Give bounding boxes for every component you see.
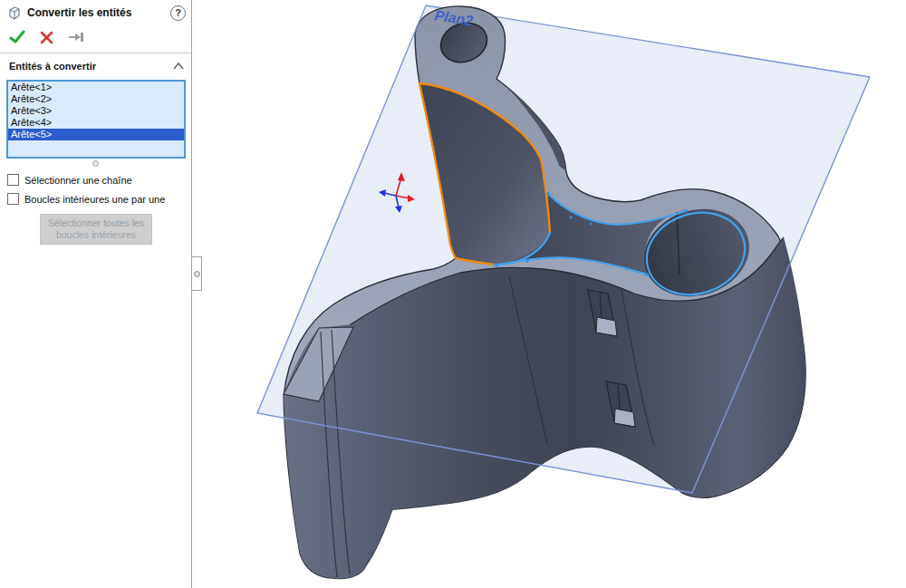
- chevron-up-icon[interactable]: [173, 63, 184, 70]
- list-item[interactable]: Arête<4>: [8, 117, 184, 129]
- help-icon[interactable]: ?: [170, 5, 186, 21]
- list-item[interactable]: Arête<2>: [8, 93, 184, 105]
- property-manager-panel: Convertir les entités ? Entités à conver…: [0, 0, 192, 588]
- group-header[interactable]: Entités à convertir: [0, 53, 191, 77]
- panel-title: Convertir les entités: [27, 6, 170, 19]
- ok-check-button[interactable]: [9, 30, 25, 44]
- checkbox-label: Sélectionner une chaîne: [24, 175, 132, 186]
- list-item[interactable]: Arête<1>: [8, 82, 184, 93]
- list-item[interactable]: Arête<3>: [8, 105, 184, 117]
- listbox-resize-grip[interactable]: [92, 160, 99, 167]
- checkbox-label: Boucles intérieures une par une: [24, 194, 165, 205]
- entities-listbox[interactable]: Arête<1> Arête<2> Arête<3> Arête<4> Arêt…: [6, 80, 186, 159]
- checkbox[interactable]: [7, 174, 19, 186]
- list-item-selected[interactable]: Arête<5>: [8, 129, 184, 140]
- solidworks-window: Plan2 Convertir les entités ?: [0, 0, 906, 588]
- panel-header: Convertir les entités ?: [0, 0, 191, 24]
- panel-splitter-handle[interactable]: [192, 256, 202, 291]
- checkbox[interactable]: [7, 193, 19, 205]
- cancel-x-button[interactable]: [40, 31, 53, 44]
- convert-entities-cube-icon: [6, 5, 22, 21]
- button-label-line2: boucles intérieures: [41, 229, 151, 241]
- checkbox-row-inner-loops[interactable]: Boucles intérieures une par une: [7, 193, 191, 205]
- checkbox-row-select-chain[interactable]: Sélectionner une chaîne: [7, 174, 191, 186]
- button-label-line1: Sélectionner toutes les: [41, 217, 151, 229]
- panel-toolbar: [0, 24, 191, 49]
- splitter-dot: [194, 271, 200, 277]
- push-pin-button[interactable]: [68, 31, 86, 43]
- group-label: Entités à convertir: [9, 61, 173, 72]
- select-all-inner-loops-button[interactable]: Sélectionner toutes les boucles intérieu…: [40, 214, 152, 245]
